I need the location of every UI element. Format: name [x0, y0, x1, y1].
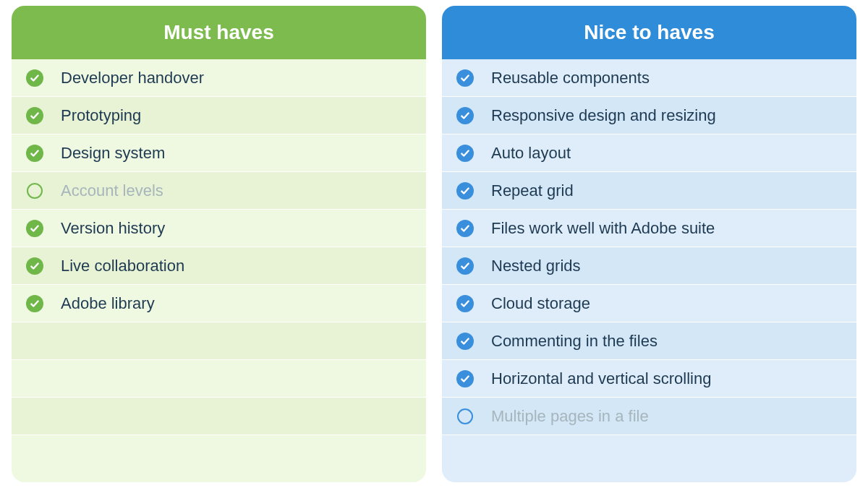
list-item: Multiple pages in a file [442, 398, 856, 435]
check-icon [456, 370, 474, 388]
list-item-label: Developer handover [61, 69, 204, 87]
must-haves-list: Developer handover Prototyping Design sy… [12, 59, 426, 482]
list-item-label: Multiple pages in a file [491, 407, 649, 426]
list-item-label: Adobe library [61, 294, 155, 313]
check-icon [456, 107, 474, 124]
list-item-label: Repeat grid [491, 181, 574, 200]
check-icon [456, 69, 474, 87]
empty-row [12, 322, 426, 360]
list-item: Version history [12, 210, 426, 247]
nice-to-haves-header: Nice to haves [442, 6, 856, 59]
list-item: Reusable components [442, 59, 856, 97]
empty-row [12, 360, 426, 398]
list-item-label: Account levels [61, 181, 163, 200]
circle-icon [456, 408, 474, 425]
check-icon [456, 333, 474, 350]
list-item-label: Reusable components [491, 69, 650, 87]
empty-row [442, 435, 856, 482]
list-item-label: Commenting in the files [491, 332, 658, 351]
list-item: Auto layout [442, 134, 856, 172]
list-item-label: Design system [61, 144, 165, 163]
list-item-label: Version history [61, 219, 165, 238]
check-icon [26, 69, 43, 87]
list-item-label: Auto layout [491, 144, 571, 163]
check-icon [456, 257, 474, 275]
empty-row [12, 435, 426, 482]
check-icon [456, 220, 474, 237]
check-icon [456, 145, 474, 162]
empty-row [12, 398, 426, 435]
must-haves-card: Must haves Developer handover Prototypin… [12, 6, 426, 482]
list-item: Files work well with Adobe suite [442, 210, 856, 247]
nice-to-haves-list: Reusable components Responsive design an… [442, 59, 856, 482]
list-item: Nested grids [442, 247, 856, 285]
list-item-label: Horizontal and vertical scrolling [491, 369, 711, 388]
check-icon [26, 145, 43, 162]
list-item: Cloud storage [442, 285, 856, 322]
list-item: Adobe library [12, 285, 426, 322]
must-haves-title: Must haves [163, 21, 274, 44]
list-item: Responsive design and resizing [442, 97, 856, 134]
nice-to-haves-card: Nice to haves Reusable components Respon… [442, 6, 856, 482]
check-icon [456, 182, 474, 200]
list-item-label: Live collaboration [61, 257, 184, 275]
check-icon [26, 295, 43, 312]
list-item: Live collaboration [12, 247, 426, 285]
list-item-label: Cloud storage [491, 294, 590, 313]
circle-icon [26, 182, 43, 200]
check-icon [456, 295, 474, 312]
list-item: Commenting in the files [442, 322, 856, 360]
check-icon [26, 220, 43, 237]
list-item-label: Files work well with Adobe suite [491, 219, 715, 238]
must-haves-header: Must haves [12, 6, 426, 59]
list-item-label: Responsive design and resizing [491, 106, 716, 125]
list-item: Repeat grid [442, 172, 856, 210]
check-icon [26, 107, 43, 124]
nice-to-haves-title: Nice to haves [584, 21, 715, 44]
check-icon [26, 257, 43, 275]
list-item: Developer handover [12, 59, 426, 97]
list-item: Horizontal and vertical scrolling [442, 360, 856, 398]
list-item-label: Prototyping [61, 106, 141, 125]
list-item-label: Nested grids [491, 257, 581, 275]
list-item: Account levels [12, 172, 426, 210]
list-item: Prototyping [12, 97, 426, 134]
list-item: Design system [12, 134, 426, 172]
